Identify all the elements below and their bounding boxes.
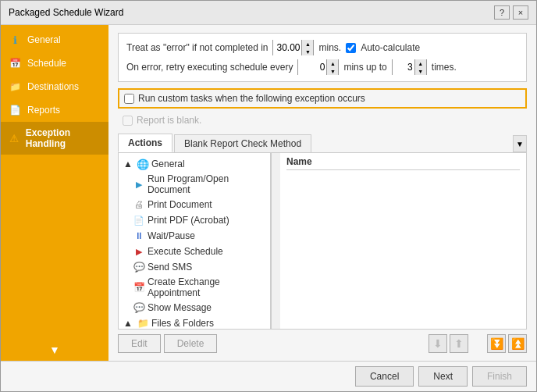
send-sms-icon: 💬 — [133, 261, 145, 273]
help-button[interactable]: ? — [494, 5, 510, 20]
report-blank-text: Report is blank. — [137, 115, 201, 126]
name-panel: Name — [280, 153, 526, 329]
print-pdf-label: Print PDF (Acrobat) — [148, 215, 229, 226]
reports-icon: 📄 — [9, 104, 21, 116]
sidebar-item-general[interactable]: ℹ General — [1, 28, 108, 52]
auto-calculate-label: Auto-calculate — [361, 42, 420, 53]
tree-item-show-message[interactable]: 💬 Show Message — [119, 300, 270, 315]
sidebar-label-schedule: Schedule — [27, 58, 66, 69]
tree-section-general[interactable]: ▲ 🌐 General — [119, 156, 270, 172]
run-program-icon: ▶ — [133, 178, 145, 191]
exec-schedule-icon: ▶ — [133, 245, 145, 258]
sidebar-item-destinations[interactable]: 📁 Destinations — [1, 75, 108, 98]
tree-expand-files: ▲ — [122, 317, 134, 329]
exception-checkbox-row: Run custom tasks when the following exce… — [118, 88, 527, 109]
tab-actions[interactable]: Actions — [118, 134, 172, 152]
on-error-spinner[interactable]: ▲ ▼ — [297, 59, 339, 75]
move-first-btn[interactable]: ⏫ — [508, 334, 527, 353]
tree-general-label: General — [151, 159, 185, 169]
run-custom-label[interactable]: Run custom tasks when the following exce… — [124, 93, 365, 104]
edit-button[interactable]: Edit — [118, 334, 161, 353]
on-error-down[interactable]: ▼ — [327, 67, 338, 75]
delete-button[interactable]: Delete — [164, 334, 218, 353]
run-custom-text: Run custom tasks when the following exce… — [138, 93, 365, 104]
move-down-btn[interactable]: ⬇ — [429, 334, 447, 353]
tab-blank-report[interactable]: Blank Report Check Method — [174, 134, 311, 152]
dialog-body: ℹ General 📅 Schedule 📁 Destinations 📄 Re… — [1, 25, 536, 361]
sidebar-label-general: General — [27, 34, 61, 45]
files-folders-label: Files & Folders — [151, 318, 214, 329]
tabs-row: Actions Blank Report Check Method ▼ — [118, 134, 527, 153]
show-message-label: Show Message — [148, 302, 212, 313]
move-up-btn[interactable]: ⬆ — [450, 334, 468, 353]
sidebar-item-schedule[interactable]: 📅 Schedule — [1, 52, 108, 75]
sidebar-label-exception: Exception Handling — [26, 127, 101, 149]
send-sms-label: Send SMS — [148, 262, 192, 273]
times-up[interactable]: ▲ — [415, 59, 426, 67]
tree-item-wait-pause[interactable]: ⏸ Wait/Pause — [119, 228, 270, 244]
tree-section-files-folders[interactable]: ▲ 📁 Files & Folders — [119, 315, 270, 329]
dialog-footer: Cancel Next Finish — [1, 361, 536, 391]
tree-item-run-program[interactable]: ▶ Run Program/Open Document — [119, 172, 270, 197]
dialog-title: Packaged Schedule Wizard — [9, 7, 123, 18]
times-spinner[interactable]: ▲ ▼ — [392, 59, 427, 75]
treat-error-unit: mins. — [318, 42, 341, 53]
treat-error-spinner[interactable]: ▲ ▼ — [272, 40, 314, 55]
tree-folder-icon: 📁 — [137, 317, 149, 329]
tree-item-exec-schedule[interactable]: ▶ Execute Schedule — [119, 244, 270, 259]
main-content: Treat as "error" if not completed in ▲ ▼… — [108, 25, 536, 361]
times-input[interactable] — [393, 59, 414, 75]
print-doc-icon: 🖨 — [133, 198, 145, 211]
top-settings: Treat as "error" if not completed in ▲ ▼… — [118, 33, 527, 82]
treat-error-up[interactable]: ▲ — [302, 40, 313, 48]
treat-error-down[interactable]: ▼ — [302, 48, 313, 55]
on-error-input[interactable] — [298, 59, 326, 75]
on-error-label: On error, retry executing schedule every — [126, 62, 293, 73]
bottom-actions: Edit Delete ⬇ ⬆ ⏬ ⏫ — [118, 330, 527, 355]
tree-item-print-pdf[interactable]: 📄 Print PDF (Acrobat) — [119, 212, 270, 228]
treat-error-row: Treat as "error" if not completed in ▲ ▼… — [126, 40, 518, 55]
tree-panel: ▲ 🌐 General ▶ Run Program/Open Document … — [119, 153, 271, 329]
sidebar-label-reports: Reports — [27, 105, 60, 116]
treat-error-input[interactable] — [273, 40, 301, 55]
treat-error-spin-btns: ▲ ▼ — [301, 40, 313, 55]
on-error-up[interactable]: ▲ — [327, 59, 338, 67]
close-button[interactable]: × — [513, 5, 528, 20]
dialog: Packaged Schedule Wizard ? × ℹ General 📅… — [0, 0, 537, 392]
treat-error-label: Treat as "error" if not completed in — [126, 42, 268, 53]
times-label: times. — [432, 62, 457, 73]
sidebar-nav-arrow[interactable]: ▼ — [49, 344, 60, 356]
move-last-btn[interactable]: ⏬ — [487, 334, 506, 353]
exec-schedule-label: Execute Schedule — [148, 246, 223, 257]
wait-pause-icon: ⏸ — [133, 230, 145, 242]
create-exchange-icon: 📅 — [133, 281, 145, 294]
tree-scrollbar[interactable] — [271, 153, 280, 329]
sidebar-label-destinations: Destinations — [27, 81, 79, 92]
auto-calculate-checkbox[interactable] — [346, 43, 356, 53]
next-button[interactable]: Next — [418, 366, 468, 387]
tab-dropdown-btn[interactable]: ▼ — [513, 135, 527, 152]
tab-actions-label: Actions — [128, 137, 162, 148]
run-custom-checkbox[interactable] — [124, 94, 134, 104]
title-bar: Packaged Schedule Wizard ? × — [1, 1, 536, 25]
print-doc-label: Print Document — [148, 199, 212, 210]
cancel-button[interactable]: Cancel — [355, 366, 414, 387]
report-blank-checkbox — [123, 116, 133, 126]
tree-globe-icon: 🌐 — [137, 158, 149, 170]
on-error-unit: mins up to — [343, 62, 386, 73]
tree-item-send-sms[interactable]: 💬 Send SMS — [119, 259, 270, 275]
report-blank-label: Report is blank. — [123, 115, 201, 126]
wait-pause-label: Wait/Pause — [148, 230, 195, 241]
tree-item-print-doc[interactable]: 🖨 Print Document — [119, 197, 270, 212]
on-error-row: On error, retry executing schedule every… — [126, 59, 518, 75]
finish-button[interactable]: Finish — [472, 366, 527, 387]
sidebar-item-exception-handling[interactable]: ⚠ Exception Handling — [1, 122, 108, 155]
run-program-label: Run Program/Open Document — [148, 173, 267, 195]
tree-expand-general: ▲ — [122, 158, 134, 170]
print-pdf-icon: 📄 — [133, 214, 145, 226]
general-icon: ℹ — [9, 34, 21, 46]
tree-item-create-exchange[interactable]: 📅 Create Exchange Appointment — [119, 275, 270, 300]
times-down[interactable]: ▼ — [415, 67, 426, 75]
sidebar-item-reports[interactable]: 📄 Reports — [1, 98, 108, 122]
title-bar-controls: ? × — [494, 5, 528, 20]
